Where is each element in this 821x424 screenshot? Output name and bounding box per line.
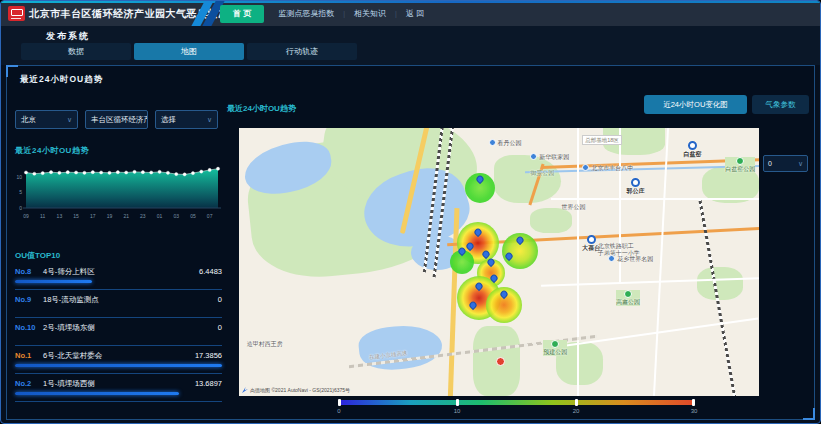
ranking-value: 0: [218, 295, 222, 304]
svg-text:11: 11: [40, 213, 45, 219]
tab-map[interactable]: 地图: [134, 43, 244, 60]
svg-text:01: 01: [157, 213, 163, 219]
nav-knowledge[interactable]: 相关知识: [345, 5, 395, 23]
ranking-progress-bar: [15, 364, 222, 367]
heatmap-legend: 0 10 20 30: [339, 400, 695, 416]
ranking-site-name: 1号-填埋场西侧: [43, 379, 95, 389]
ranking-rank-label: No.10: [15, 323, 35, 332]
publish-section: 发布系统 数据 地图 行动轨迹: [1, 26, 820, 65]
filter-selects: 北京 ∨ 丰台区循环经济产 ∨ 选择 ∨: [15, 110, 218, 129]
view-tabs: 数据 地图 行动轨迹: [21, 43, 357, 60]
ranking-value: 0: [218, 323, 222, 332]
svg-text:07: 07: [207, 213, 213, 219]
svg-text:19: 19: [107, 213, 113, 219]
ranking-rank-label: No.2: [15, 379, 31, 388]
trend-chart-title: 最近24小时OU趋势: [15, 145, 89, 156]
ranking-progress-bar: [15, 392, 179, 395]
map-label: 预建公园: [543, 340, 567, 356]
heatmap-legend-gradient: [339, 400, 695, 405]
map-park-area: [494, 155, 562, 203]
map-water-area: [357, 322, 444, 373]
svg-text:15: 15: [73, 213, 79, 219]
svg-text:10: 10: [16, 174, 22, 180]
map-poi-icon: [496, 357, 505, 366]
park-select-value: 丰台区循环经济产: [91, 115, 148, 125]
ranking-progress-bar: [15, 280, 92, 283]
point-select[interactable]: 选择 ∨: [155, 110, 218, 129]
ranking-title: OU值TOP10: [15, 250, 60, 261]
svg-text:05: 05: [190, 213, 196, 219]
ranking-value: 13.6897: [195, 379, 222, 388]
legend-tick: 20: [573, 408, 580, 414]
svg-text:13: 13: [57, 213, 63, 219]
map-park-area: [530, 208, 572, 232]
park-select[interactable]: 丰台区循环经济产 ∨: [85, 110, 148, 129]
map-road-white: [551, 198, 759, 200]
map-label: 花乡世界名园: [608, 255, 653, 263]
point-select-value: 选择: [161, 115, 176, 125]
legend-tick: 0: [337, 408, 340, 414]
svg-text:09: 09: [23, 213, 29, 219]
main-panel: 最近24小时OU趋势 北京 ∨ 丰台区循环经济产 ∨ 选择 ∨ 最近24小时OU…: [6, 65, 815, 420]
ranking-row: No.16号-北天堂村委会17.3856: [15, 346, 222, 374]
map-park-area: [697, 267, 744, 299]
svg-text:17: 17: [90, 213, 96, 219]
svg-text:0: 0: [19, 205, 22, 211]
map[interactable]: 看丹公园新华联家园御景公园世界公园总部基地18区白盆窑郭公庄北京市丰台八中白盆窑…: [239, 128, 759, 396]
ranking-row: No.102号-填埋场东侧0: [15, 318, 222, 346]
chevron-down-icon: ∨: [798, 160, 803, 168]
ranking-value: 6.4483: [199, 267, 222, 276]
legend-marker: [575, 399, 578, 406]
map-label: 看丹公园: [489, 139, 522, 147]
legend-tick: 10: [454, 408, 461, 414]
chevron-down-icon: ∨: [207, 116, 212, 124]
ranking-site-name: 4号-筛分上料区: [43, 267, 95, 277]
map-road-white: [577, 128, 579, 396]
logo-icon: [8, 6, 25, 21]
legend-tick: 30: [691, 408, 698, 414]
ranking-row: No.84号-筛分上料区6.4483: [15, 262, 222, 290]
map-label: 世界公园: [561, 204, 585, 211]
ranking-site-name: 6号-北天堂村委会: [43, 351, 102, 361]
ranking-value: 17.3856: [195, 351, 222, 360]
map-label: 总部基地18区: [582, 135, 622, 145]
map-label: 郭公庄: [626, 178, 644, 195]
map-label: 白盆窑公园: [725, 157, 755, 173]
svg-text:5: 5: [19, 189, 22, 195]
top-nav: 首 页 监测点恶臭指数 | 相关知识 | 返 回: [215, 1, 433, 26]
legend-marker: [456, 399, 459, 406]
map-label: 北京市丰台八中: [582, 164, 633, 172]
panel-title: 最近24小时OU趋势: [20, 74, 103, 86]
nav-back[interactable]: 返 回: [397, 5, 433, 23]
svg-text:23: 23: [140, 213, 146, 219]
tab-data[interactable]: 数据: [21, 43, 131, 60]
map-label: 新华联家园: [530, 153, 569, 161]
map-label: 白盆窑: [684, 141, 702, 158]
city-select-value: 北京: [21, 115, 36, 125]
legend-marker: [692, 399, 695, 406]
ou-change-chart-button[interactable]: 近24小时OU变化图: [644, 95, 747, 114]
ranking-site-name: 2号-填埋场东侧: [43, 323, 95, 333]
tab-track[interactable]: 行动轨迹: [247, 43, 357, 60]
app-window: 北京市丰台区循环经济产业园大气恶臭状况实时 首 页 监测点恶臭指数 | 相关知识…: [0, 0, 821, 424]
ranking-rank-label: No.1: [15, 351, 31, 360]
weather-params-button[interactable]: 气象参数: [752, 95, 809, 114]
ou-ranking-list: No.84号-筛分上料区6.4483No.918号-流动监测点0No.102号-…: [15, 262, 222, 402]
ou-trend-chart: 0510091113151719212301030507: [11, 156, 224, 234]
ranking-rank-label: No.9: [15, 295, 31, 304]
city-select[interactable]: 北京 ∨: [15, 110, 78, 129]
nav-home[interactable]: 首 页: [220, 5, 264, 23]
autonavi-logo-icon: [242, 387, 248, 393]
svg-text:03: 03: [173, 213, 179, 219]
chevron-down-icon: ∨: [67, 116, 72, 124]
top-header: 北京市丰台区循环经济产业园大气恶臭状况实时 首 页 监测点恶臭指数 | 相关知识…: [1, 1, 820, 26]
map-label: 高鑫公园: [616, 290, 640, 306]
map-label: 御景公园: [530, 170, 554, 177]
legend-marker: [338, 399, 341, 406]
ranking-rank-label: No.8: [15, 267, 31, 276]
map-label: 造甲村西王房: [247, 341, 283, 348]
ranking-site-name: 18号-流动监测点: [43, 295, 99, 305]
nav-odor-index[interactable]: 监测点恶臭指数: [269, 5, 343, 23]
map-layer-select[interactable]: 0 ∨: [763, 155, 808, 172]
map-copyright-text: 高德地图 ©2021 AutoNavi - GS(2021)6375号: [250, 387, 350, 393]
